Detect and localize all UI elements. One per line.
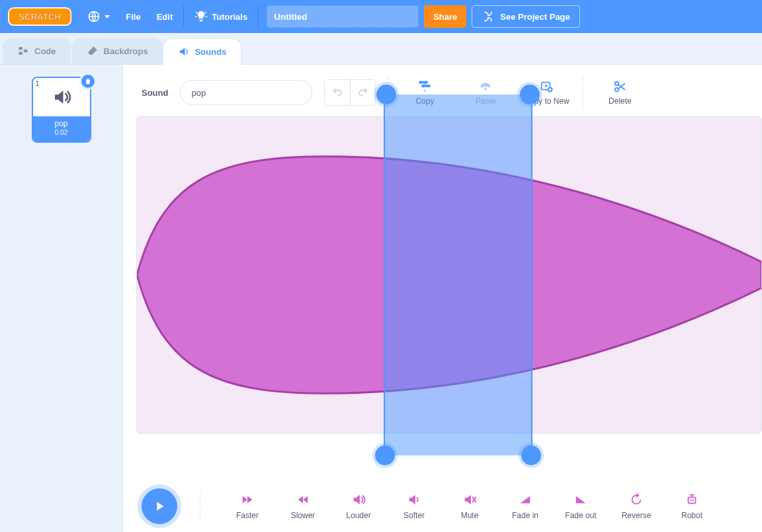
code-icon — [17, 45, 29, 57]
delete-button[interactable]: Delete — [595, 79, 644, 106]
see-project-page-button[interactable]: See Project Page — [472, 5, 580, 28]
file-menu[interactable]: File — [118, 0, 148, 33]
tabs-row: Code Backdrops Sounds — [0, 33, 762, 65]
volume-up-icon — [351, 492, 366, 507]
effect-slower[interactable]: Slower — [278, 492, 327, 520]
sound-editor: Sound + Copy Paste Copy to New — [123, 65, 762, 532]
play-button[interactable] — [142, 488, 177, 524]
rewind-icon — [296, 492, 310, 507]
effect-robot[interactable]: Robot — [667, 492, 716, 520]
tab-backdrops[interactable]: Backdrops — [72, 38, 163, 64]
svg-rect-4 — [19, 52, 22, 56]
project-title-input[interactable] — [267, 5, 419, 28]
svg-text:SCRATCH: SCRATCH — [19, 12, 61, 22]
sound-tile-duration: 0.02 — [33, 128, 90, 137]
selection-handle[interactable] — [375, 445, 395, 465]
caret-down-icon — [105, 15, 110, 19]
play-icon — [152, 499, 167, 513]
scratch-logo[interactable]: SCRATCH — [8, 7, 71, 26]
edit-menu[interactable]: Edit — [149, 0, 181, 33]
effect-fade-out[interactable]: Fade out — [556, 492, 605, 520]
svg-text:+: + — [423, 88, 426, 94]
effect-louder[interactable]: Louder — [334, 492, 383, 520]
sound-label: Sound — [142, 88, 168, 98]
effect-mute[interactable]: Mute — [445, 492, 494, 520]
waveform-selection[interactable] — [384, 95, 533, 455]
selection-handle[interactable] — [521, 445, 541, 465]
selection-handle[interactable] — [376, 85, 396, 104]
svg-rect-17 — [689, 497, 696, 503]
menu-bar: SCRATCH File Edit Tutorials Share See Pr… — [0, 0, 762, 33]
svg-rect-5 — [24, 50, 28, 53]
svg-point-9 — [425, 81, 429, 84]
svg-point-8 — [419, 81, 423, 84]
waveform-area — [123, 116, 762, 474]
fade-out-icon — [573, 492, 588, 507]
sound-tile-index: 1 — [36, 79, 40, 87]
copy-icon: + — [417, 79, 432, 94]
redo-button[interactable] — [350, 80, 375, 105]
lightbulb-icon — [194, 10, 208, 23]
svg-rect-3 — [19, 47, 22, 50]
speaker-icon — [52, 87, 71, 107]
undo-icon — [331, 86, 344, 99]
sound-tile-name: pop — [33, 119, 90, 128]
reverse-icon — [629, 492, 644, 507]
waveform-canvas[interactable] — [136, 116, 762, 434]
remix-icon — [482, 10, 495, 23]
paste-icon — [478, 79, 493, 94]
share-button[interactable]: Share — [424, 5, 466, 28]
svg-point-18 — [690, 500, 692, 502]
sound-list-panel: 1 pop 0.02 — [0, 65, 123, 532]
language-menu[interactable] — [79, 0, 118, 33]
tutorials-button[interactable]: Tutorials — [187, 0, 255, 33]
tab-code[interactable]: Code — [3, 38, 71, 64]
effect-softer[interactable]: Softer — [390, 492, 439, 520]
svg-point-19 — [693, 500, 695, 502]
sound-name-input[interactable] — [180, 80, 312, 105]
fast-forward-icon — [240, 492, 255, 507]
svg-point-10 — [421, 85, 425, 88]
redo-icon — [357, 86, 370, 99]
effect-reverse[interactable]: Reverse — [612, 492, 661, 520]
undo-redo-group — [324, 79, 376, 106]
globe-icon — [87, 10, 101, 23]
scissors-icon — [613, 79, 627, 94]
fade-in-icon — [518, 492, 532, 507]
delete-sound-button[interactable] — [79, 73, 97, 90]
copy-to-new-icon — [539, 79, 554, 94]
robot-icon — [685, 492, 699, 507]
mute-icon — [462, 492, 477, 507]
effect-faster[interactable]: Faster — [223, 492, 272, 520]
speaker-icon — [178, 46, 190, 57]
svg-point-11 — [428, 85, 431, 88]
tab-sounds[interactable]: Sounds — [163, 38, 242, 65]
playback-bar: Faster Slower Louder Softer Mute — [123, 474, 762, 532]
workspace: 1 pop 0.02 Sound — [0, 65, 762, 532]
effect-fade-in[interactable]: Fade in — [501, 492, 550, 520]
undo-button[interactable] — [325, 80, 350, 105]
volume-down-icon — [407, 492, 421, 507]
sound-tile[interactable]: 1 pop 0.02 — [32, 77, 91, 143]
paintbrush-icon — [87, 45, 99, 57]
trash-icon — [84, 77, 92, 85]
